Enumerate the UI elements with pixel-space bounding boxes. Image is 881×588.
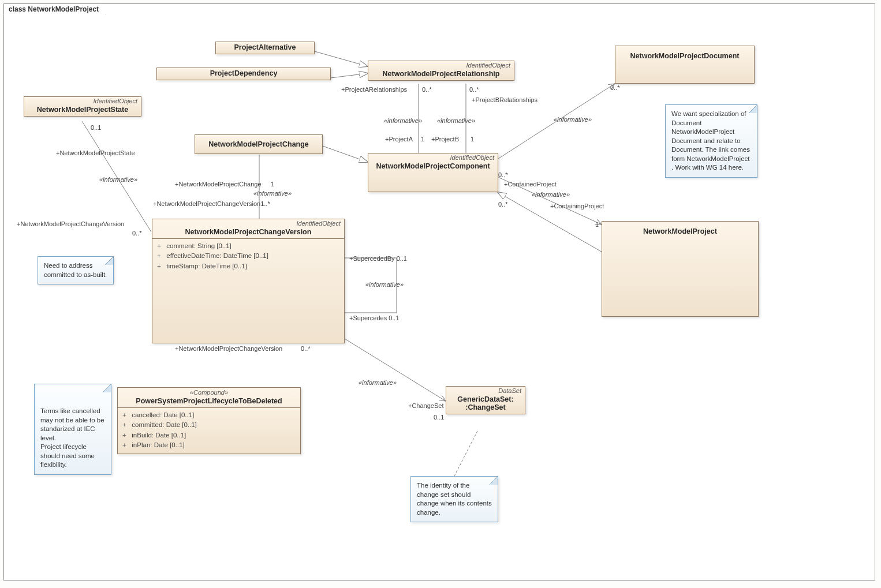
lbl-proj-b-rel: +ProjectBRelationships <box>472 96 537 103</box>
class-title: NetworkModelProjectRelationship <box>368 69 514 80</box>
lbl-mult: 0..* <box>422 86 432 93</box>
note-lifecycle: Terms like cancelled may not be able to … <box>34 384 111 475</box>
class-title: NetworkModelProjectChangeVersion <box>152 227 344 238</box>
class-stereotype: IdentifiedObject <box>24 97 141 104</box>
class-stereotype: IdentifiedObject <box>368 153 498 161</box>
class-relationship[interactable]: IdentifiedObject NetworkModelProjectRela… <box>368 61 514 81</box>
note-doc-specialization: We want specialization of Document Netwo… <box>665 104 757 178</box>
class-title: ProjectDependency <box>157 68 330 80</box>
class-stereotype: DataSet <box>446 387 525 394</box>
class-stereotype: IdentifiedObject <box>368 61 514 69</box>
lbl-mult: 1 <box>271 181 274 188</box>
lbl-mult: 0..1 <box>434 414 444 421</box>
lbl-mult: 0..1 <box>91 124 101 131</box>
lbl-informative: «informative» <box>359 379 397 386</box>
svg-line-11 <box>454 431 477 476</box>
note-changeset-identity: The identity of the change set should ch… <box>410 476 498 522</box>
class-component[interactable]: IdentifiedObject NetworkModelProjectComp… <box>368 153 498 192</box>
attr-row: effectiveDateTime: DateTime [0..1] <box>157 251 339 261</box>
lbl-informative: «informative» <box>253 190 292 197</box>
note-fold-icon <box>490 477 498 485</box>
svg-line-5 <box>498 192 607 255</box>
lbl-mult: 0..* <box>301 345 311 352</box>
lbl-contained: +ContainedProject <box>504 181 557 188</box>
note-fold-icon <box>749 105 757 113</box>
note-fold-icon <box>105 257 113 265</box>
lbl-mult: 0..* <box>469 86 479 93</box>
lbl-mult: 0..* <box>498 171 508 178</box>
class-title: PowerSystemProjectLifecycleToBeDeleted <box>118 396 300 407</box>
lbl-mult: 1 <box>471 136 474 143</box>
attr-row: inPlan: Date [0..1] <box>122 440 296 450</box>
note-text: The identity of the change set should ch… <box>417 482 492 516</box>
class-project-dependency[interactable]: ProjectDependency <box>156 68 331 80</box>
class-attributes: comment: String [0..1] effectiveDateTime… <box>152 239 344 275</box>
lbl-containing: +ContainingProject <box>550 203 604 209</box>
lbl-informative: «informative» <box>365 281 404 288</box>
lbl-proj-b: +ProjectB <box>431 136 459 143</box>
attr-row: committed: Date [0..1] <box>122 420 296 430</box>
class-title: NetworkModelProjectDocument <box>615 46 754 62</box>
lbl-mult: 1 <box>595 221 599 228</box>
svg-line-1 <box>331 73 368 78</box>
lbl-proj-a: +ProjectA <box>385 136 413 143</box>
class-lifecycle[interactable]: «Compound» PowerSystemProjectLifecycleTo… <box>117 387 301 454</box>
lbl-proj-a-rel: +ProjectARelationships <box>341 86 407 93</box>
lbl-mult: 0..* <box>610 84 620 91</box>
note-text: Terms like cancelled may not be able to … <box>40 407 104 468</box>
attr-row: inBuild: Date [0..1] <box>122 430 296 440</box>
lbl-change-ver-1star: +NetworkModelProjectChangeVersion1..* <box>153 200 270 207</box>
lbl-state: +NetworkModelProjectState <box>56 149 135 156</box>
lbl-informative: «informative» <box>532 191 570 198</box>
lbl-change-set: +ChangeSet <box>408 402 443 409</box>
attr-row: comment: String [0..1] <box>157 241 339 251</box>
lbl-informative: «informative» <box>384 117 422 124</box>
class-title: ProjectAlternative <box>216 42 314 54</box>
svg-line-4 <box>323 146 368 162</box>
attr-row: cancelled: Date [0..1] <box>122 410 296 420</box>
class-project[interactable]: NetworkModelProject <box>602 221 759 317</box>
lbl-informative: «informative» <box>554 116 592 123</box>
diagram-canvas: class NetworkModelProject <box>0 0 881 588</box>
note-text: Need to address committed to as-built. <box>44 262 107 278</box>
lbl-mult: 0..* <box>132 230 142 237</box>
class-change-set[interactable]: DataSet GenericDataSet: :ChangeSet <box>446 386 525 414</box>
lbl-change: +NetworkModelProjectChange <box>175 181 262 188</box>
diagram-title-tab: class NetworkModelProject <box>3 3 106 15</box>
diagram-frame: class NetworkModelProject <box>3 3 875 580</box>
class-attributes: cancelled: Date [0..1] committed: Date [… <box>118 408 300 454</box>
class-title: NetworkModelProjectComponent <box>368 161 498 173</box>
lbl-change-ver: +NetworkModelProjectChangeVersion <box>17 220 124 227</box>
class-title-2: :ChangeSet <box>446 403 525 414</box>
lbl-superceded-by: +SupercededBy 0..1 <box>349 255 407 262</box>
lbl-mult: 1 <box>421 136 424 143</box>
class-change-version[interactable]: IdentifiedObject NetworkModelProjectChan… <box>152 219 345 343</box>
lbl-informative: «informative» <box>437 117 475 124</box>
note-as-built: Need to address committed to as-built. <box>38 256 114 284</box>
class-stereotype: IdentifiedObject <box>152 219 344 227</box>
svg-line-0 <box>315 51 368 66</box>
attr-row: timeStamp: DateTime [0..1] <box>157 261 339 271</box>
note-fold-icon <box>103 384 111 392</box>
class-document[interactable]: NetworkModelProjectDocument <box>615 46 755 84</box>
class-title: GenericDataSet: <box>446 394 525 403</box>
lbl-supercedes: +Supercedes 0..1 <box>349 314 400 321</box>
svg-line-10 <box>345 339 446 401</box>
class-state[interactable]: IdentifiedObject NetworkModelProjectStat… <box>24 96 141 117</box>
class-stereotype: «Compound» <box>118 388 300 396</box>
lbl-mult: 0..* <box>498 201 508 208</box>
lbl-change-ver-bottom: +NetworkModelProjectChangeVersion <box>175 345 282 352</box>
class-title: NetworkModelProject <box>602 222 758 238</box>
class-change[interactable]: NetworkModelProjectChange <box>195 134 323 154</box>
lbl-informative: «informative» <box>99 176 137 183</box>
class-title: NetworkModelProjectState <box>24 104 141 116</box>
note-text: We want specialization of Document Netwo… <box>671 110 750 171</box>
class-title: NetworkModelProjectChange <box>195 135 322 153</box>
class-project-alternative[interactable]: ProjectAlternative <box>215 42 315 54</box>
